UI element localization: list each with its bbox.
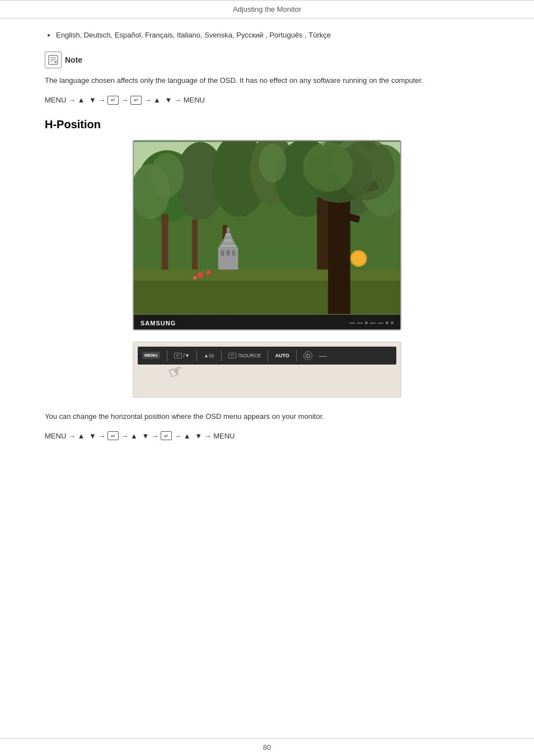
enter-btn-3: ↵ [107, 431, 119, 440]
enter-btn-1: ↵ [107, 96, 119, 105]
monitor-image: SAMSUNG [133, 140, 401, 330]
svg-rect-24 [223, 239, 233, 241]
osd-enter-icon-1: ↵ [174, 353, 182, 358]
language-list-item: English, Deutsch, Español, Français, Ita… [56, 30, 489, 41]
svg-point-35 [352, 251, 366, 265]
osd-container: MENU ↵ /▼ ▲/◎ ↵ /SOURCE [45, 342, 489, 398]
osd-menu: MENU ↵ /▼ ▲/◎ ↵ /SOURCE [133, 342, 401, 398]
svg-rect-23 [222, 241, 235, 244]
header-bar: Adjusting the Monitor [0, 0, 534, 18]
osd-btn-group-2: ▲/◎ [204, 353, 214, 358]
svg-point-36 [198, 272, 203, 278]
monitor-controls [349, 321, 394, 324]
osd-sep-2 [196, 350, 197, 361]
osd-toolbar-wrapper: MENU ↵ /▼ ▲/◎ ↵ /SOURCE [138, 347, 396, 365]
svg-point-38 [193, 276, 196, 279]
osd-btn-group-1: ↵ /▼ [174, 353, 190, 358]
section-heading: H-Position [45, 118, 489, 131]
note-label: Note [65, 52, 82, 68]
osd-sep-3 [221, 350, 222, 361]
svg-rect-27 [227, 228, 230, 234]
svg-point-15 [259, 143, 287, 182]
osd-menu-label: MENU [142, 352, 160, 359]
osd-enter-icon-2: ↵ [228, 353, 236, 358]
osd-power-icon: ⏻ [305, 353, 310, 358]
osd-sep-4 [268, 350, 268, 361]
note-text: The language chosen affects only the lan… [45, 75, 489, 87]
ctrl-bar-1 [349, 323, 355, 324]
monitor-bottom-bar: SAMSUNG [134, 315, 400, 330]
page-footer: 80 [0, 738, 534, 756]
enter-btn-2: ↵ [130, 96, 142, 105]
svg-rect-26 [226, 234, 231, 236]
ctrl-dot-2 [386, 321, 388, 324]
svg-rect-30 [227, 250, 230, 255]
pencil-paper-icon [48, 55, 58, 65]
svg-rect-25 [224, 236, 232, 239]
monitor-screen [134, 141, 400, 315]
page-title: Adjusting the Monitor [233, 5, 301, 13]
osd-minus: — [319, 351, 327, 360]
description-text: You can change the horizontal position w… [45, 411, 489, 423]
osd-btn-group-3: ↵ /SOURCE [228, 353, 261, 358]
samsung-logo: SAMSUNG [140, 320, 176, 326]
svg-rect-31 [232, 250, 236, 255]
svg-point-14 [151, 153, 184, 197]
ctrl-dot-3 [391, 321, 394, 324]
nature-scene-svg [134, 141, 400, 315]
svg-rect-29 [221, 250, 224, 255]
osd-auto-label: AUTO [275, 353, 289, 358]
ctrl-bar-2 [357, 323, 363, 324]
language-list: English, Deutsch, Español, Français, Ita… [45, 30, 489, 41]
ctrl-bar-3 [370, 323, 376, 324]
svg-rect-0 [49, 55, 58, 64]
osd-sep-1 [167, 350, 167, 361]
menu-nav-1: MENU → ▲ ▼ → ↵ → ↵ → ▲ ▼ → MENU [45, 96, 489, 105]
svg-point-44 [303, 142, 353, 192]
monitor-image-container: SAMSUNG [45, 140, 489, 330]
note-icon [45, 52, 62, 68]
svg-rect-33 [134, 281, 400, 314]
ctrl-bar-4 [378, 323, 383, 324]
osd-power-btn: ⏻ [303, 351, 312, 360]
menu-nav-2: MENU → ▲ ▼ → ↵ → ▲ ▼ → ↵ → ▲ ▼ → MENU [45, 431, 489, 440]
enter-btn-4: ↵ [161, 431, 172, 440]
osd-sep-5 [296, 350, 297, 361]
ctrl-dot-1 [365, 321, 368, 324]
page: Adjusting the Monitor English, Deutsch, … [0, 0, 534, 756]
main-content: English, Deutsch, Español, Français, Ita… [0, 30, 534, 440]
note-box: Note [45, 52, 489, 68]
svg-rect-22 [220, 244, 237, 247]
page-number: 80 [263, 743, 271, 752]
svg-point-37 [207, 270, 211, 274]
